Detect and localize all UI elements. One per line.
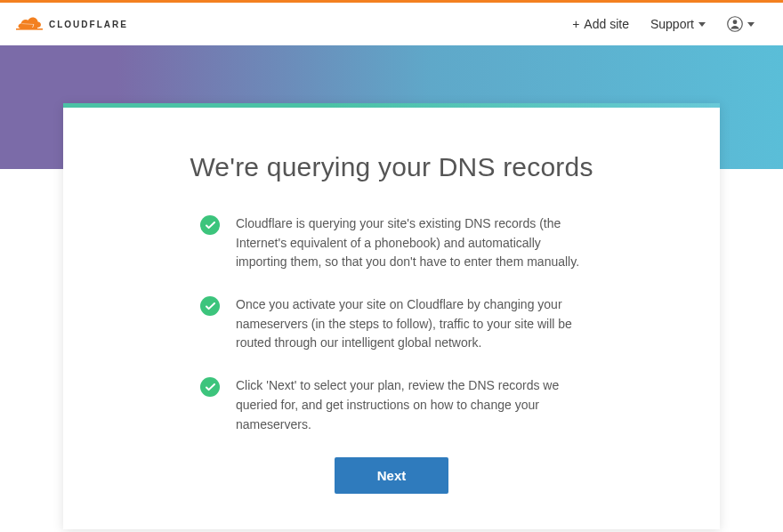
onboarding-card: We're querying your DNS records Cloudfla… xyxy=(63,103,720,529)
account-menu[interactable] xyxy=(716,9,765,39)
step-text: Click 'Next' to select your plan, review… xyxy=(236,376,583,434)
user-icon xyxy=(727,16,743,32)
step-item: Cloudflare is querying your site's exist… xyxy=(200,214,583,272)
svg-point-2 xyxy=(733,20,738,24)
plus-icon: + xyxy=(572,17,579,31)
chevron-down-icon xyxy=(747,22,755,27)
top-nav: CLOUDFLARE + Add site Support xyxy=(0,3,783,45)
step-list: Cloudflare is querying your site's exist… xyxy=(200,214,583,434)
support-menu[interactable]: Support xyxy=(640,10,716,38)
step-item: Click 'Next' to select your plan, review… xyxy=(200,376,583,434)
step-text: Cloudflare is querying your site's exist… xyxy=(236,214,583,272)
card-title: We're querying your DNS records xyxy=(120,152,663,182)
chevron-down-icon xyxy=(698,22,706,27)
cloud-icon xyxy=(13,15,45,33)
svg-rect-0 xyxy=(16,28,43,30)
support-label: Support xyxy=(650,17,694,31)
check-icon xyxy=(200,215,220,235)
cloudflare-logo[interactable]: CLOUDFLARE xyxy=(13,15,128,33)
check-icon xyxy=(200,377,220,397)
step-item: Once you activate your site on Cloudflar… xyxy=(200,295,583,353)
add-site-button[interactable]: + Add site xyxy=(561,10,640,38)
next-button[interactable]: Next xyxy=(335,457,449,494)
brand-name: CLOUDFLARE xyxy=(49,20,128,29)
check-icon xyxy=(200,296,220,316)
step-text: Once you activate your site on Cloudflar… xyxy=(236,295,583,353)
add-site-label: Add site xyxy=(584,17,629,31)
